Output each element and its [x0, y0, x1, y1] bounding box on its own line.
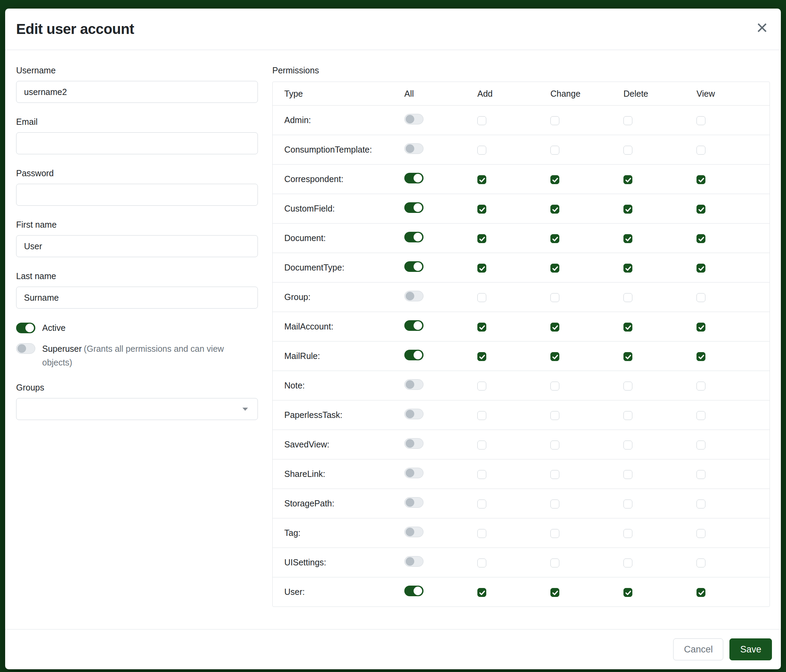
permission-change-checkbox[interactable]: [550, 264, 559, 273]
groups-select[interactable]: [16, 398, 258, 420]
permission-add-checkbox[interactable]: [477, 588, 486, 597]
permission-add-checkbox[interactable]: [477, 470, 486, 479]
permission-all-toggle[interactable]: [404, 556, 423, 567]
permission-delete-checkbox[interactable]: [623, 293, 632, 302]
permission-delete-checkbox[interactable]: [623, 470, 632, 479]
last-name-input[interactable]: [16, 287, 258, 309]
permission-add-checkbox[interactable]: [477, 499, 486, 509]
permission-delete-checkbox[interactable]: [623, 323, 632, 331]
permission-all-toggle[interactable]: [404, 114, 423, 124]
permission-delete-checkbox[interactable]: [623, 411, 632, 420]
permission-view-checkbox[interactable]: [696, 175, 706, 184]
permission-add-checkbox[interactable]: [477, 441, 486, 449]
permissions-column-header: Add: [477, 89, 550, 99]
permission-view-checkbox[interactable]: [696, 264, 706, 273]
permission-change-checkbox[interactable]: [550, 559, 559, 567]
permission-add-checkbox[interactable]: [477, 205, 486, 214]
permission-view-checkbox[interactable]: [696, 352, 706, 361]
permission-change-checkbox[interactable]: [550, 470, 559, 479]
permission-all-toggle[interactable]: [404, 438, 423, 449]
close-icon[interactable]: ×: [756, 17, 768, 38]
permission-view-checkbox[interactable]: [696, 323, 706, 331]
permission-all-toggle[interactable]: [404, 320, 423, 331]
permission-view-checkbox[interactable]: [696, 470, 706, 479]
permission-view-checkbox[interactable]: [696, 499, 706, 509]
permission-change-checkbox[interactable]: [550, 205, 559, 214]
permission-view-checkbox[interactable]: [696, 234, 706, 243]
permission-change-checkbox[interactable]: [550, 175, 559, 184]
permission-row: Correspondent:: [273, 164, 770, 194]
permission-all-toggle[interactable]: [404, 497, 423, 508]
permission-all-toggle[interactable]: [404, 468, 423, 478]
permission-add-checkbox[interactable]: [477, 382, 486, 391]
permission-view-checkbox[interactable]: [696, 529, 706, 538]
permission-delete-checkbox[interactable]: [623, 205, 632, 214]
permission-all-toggle[interactable]: [404, 173, 423, 184]
permission-delete-checkbox[interactable]: [623, 559, 632, 567]
permission-add-checkbox[interactable]: [477, 529, 486, 538]
permission-change-checkbox[interactable]: [550, 588, 559, 597]
permission-add-checkbox[interactable]: [477, 116, 486, 125]
permission-add-checkbox[interactable]: [477, 264, 486, 273]
permission-delete-checkbox[interactable]: [623, 264, 632, 273]
permission-change-checkbox[interactable]: [550, 499, 559, 509]
permission-view-checkbox[interactable]: [696, 382, 706, 391]
permission-delete-checkbox[interactable]: [623, 175, 632, 184]
email-input[interactable]: [16, 132, 258, 154]
password-input[interactable]: [16, 184, 258, 206]
permission-view-checkbox[interactable]: [696, 146, 706, 155]
permission-add-checkbox[interactable]: [477, 146, 486, 155]
permission-all-toggle[interactable]: [404, 350, 423, 360]
permission-delete-checkbox[interactable]: [623, 116, 632, 125]
permission-delete-checkbox[interactable]: [623, 146, 632, 155]
permission-change-checkbox[interactable]: [550, 382, 559, 391]
permission-row: Note:: [273, 371, 770, 400]
cancel-button[interactable]: Cancel: [673, 638, 723, 660]
permission-add-checkbox[interactable]: [477, 293, 486, 302]
permission-view-checkbox[interactable]: [696, 559, 706, 567]
permission-delete-checkbox[interactable]: [623, 352, 632, 361]
active-label: Active: [42, 321, 66, 334]
permission-add-checkbox[interactable]: [477, 352, 486, 361]
permission-all-toggle[interactable]: [404, 379, 423, 390]
permission-add-checkbox[interactable]: [477, 175, 486, 184]
permission-view-checkbox[interactable]: [696, 293, 706, 302]
username-input[interactable]: [16, 81, 258, 103]
first-name-input[interactable]: [16, 235, 258, 257]
permission-delete-checkbox[interactable]: [623, 382, 632, 391]
permission-add-checkbox[interactable]: [477, 234, 486, 243]
permission-change-checkbox[interactable]: [550, 323, 559, 331]
permission-view-checkbox[interactable]: [696, 205, 706, 214]
superuser-toggle[interactable]: [16, 343, 35, 354]
permission-view-checkbox[interactable]: [696, 441, 706, 449]
permission-delete-checkbox[interactable]: [623, 529, 632, 538]
permission-all-toggle[interactable]: [404, 143, 423, 154]
permission-view-checkbox[interactable]: [696, 116, 706, 125]
permission-delete-checkbox[interactable]: [623, 441, 632, 449]
permission-view-checkbox[interactable]: [696, 411, 706, 420]
permission-change-checkbox[interactable]: [550, 146, 559, 155]
permission-change-checkbox[interactable]: [550, 352, 559, 361]
permission-change-checkbox[interactable]: [550, 441, 559, 449]
active-toggle[interactable]: [16, 323, 35, 333]
permission-change-checkbox[interactable]: [550, 529, 559, 538]
save-button[interactable]: Save: [729, 638, 772, 660]
permission-delete-checkbox[interactable]: [623, 234, 632, 243]
permission-all-toggle[interactable]: [404, 202, 423, 213]
permission-all-toggle[interactable]: [404, 232, 423, 242]
permission-delete-checkbox[interactable]: [623, 588, 632, 597]
permission-delete-checkbox[interactable]: [623, 499, 632, 509]
permission-all-toggle[interactable]: [404, 261, 423, 272]
permission-all-toggle[interactable]: [404, 409, 423, 419]
permission-all-toggle[interactable]: [404, 586, 423, 596]
permission-change-checkbox[interactable]: [550, 116, 559, 125]
permission-add-checkbox[interactable]: [477, 559, 486, 567]
permission-change-checkbox[interactable]: [550, 411, 559, 420]
permission-view-checkbox[interactable]: [696, 588, 706, 597]
permission-add-checkbox[interactable]: [477, 323, 486, 331]
permission-add-checkbox[interactable]: [477, 411, 486, 420]
permission-change-checkbox[interactable]: [550, 234, 559, 243]
permission-change-checkbox[interactable]: [550, 293, 559, 302]
permission-all-toggle[interactable]: [404, 291, 423, 301]
permission-all-toggle[interactable]: [404, 527, 423, 537]
